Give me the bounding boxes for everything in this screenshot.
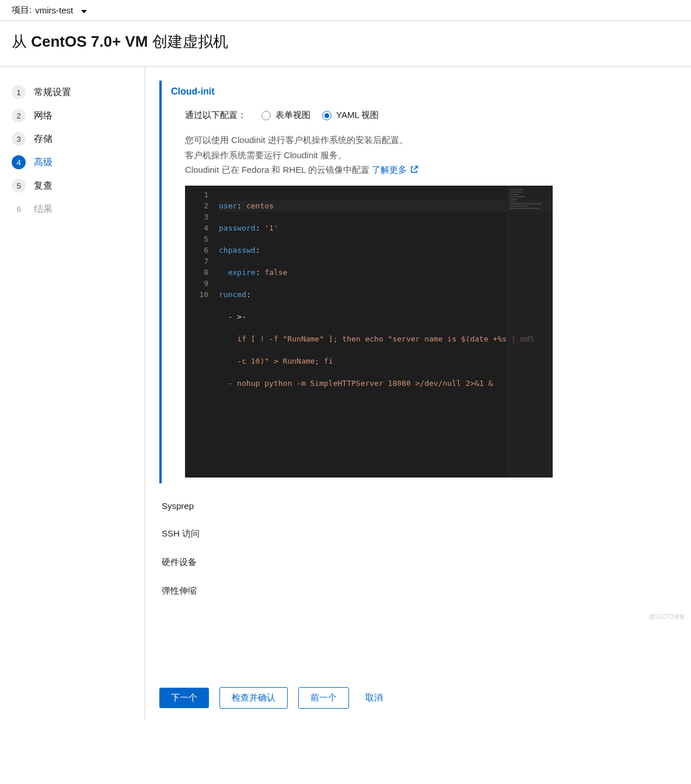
cloud-init-description: 您可以使用 Cloudinit 进行客户机操作系统的安装后配置。 客户机操作系统…: [185, 133, 691, 177]
section-hardware[interactable]: 硬件设备: [159, 551, 691, 574]
step-result: 6 结果: [12, 197, 145, 221]
next-button[interactable]: 下一个: [159, 688, 209, 708]
learn-more-link[interactable]: 了解更多: [372, 165, 417, 175]
watermark: @51CTO博客: [649, 613, 685, 621]
editor-minimap[interactable]: [506, 186, 553, 478]
editor-gutter: 1 2 3 4 5 6 7 8 9 10: [185, 186, 214, 478]
radio-icon: [261, 111, 271, 120]
content-panel: Cloud-init 通过以下配置： 表单视图 YAML 视图 您可以使用 Cl…: [145, 67, 691, 720]
cloud-init-section: Cloud-init 通过以下配置： 表单视图 YAML 视图 您可以使用 Cl…: [159, 81, 691, 483]
prev-button[interactable]: 前一个: [298, 687, 349, 709]
external-link-icon: [411, 162, 418, 177]
page-title: 从 CentOS 7.0+ VM 创建虚拟机: [0, 21, 691, 67]
step-storage[interactable]: 3 存储: [12, 127, 145, 151]
radio-form-view[interactable]: 表单视图: [261, 110, 310, 121]
cancel-button[interactable]: 取消: [360, 688, 389, 708]
review-confirm-button[interactable]: 检查并确认: [219, 687, 288, 709]
caret-down-icon: [81, 6, 87, 15]
step-general[interactable]: 1 常规设置: [12, 81, 145, 104]
project-selector[interactable]: 项目: vmirs-test: [0, 0, 691, 21]
editor-code[interactable]: user: centos password: '1' chpasswd: exp…: [214, 186, 553, 478]
cloud-init-title: Cloud-init: [171, 86, 691, 97]
project-label: 项目:: [12, 5, 32, 16]
wizard-steps: 1 常规设置 2 网络 3 存储 4 高级 5 复查 6 结果: [0, 67, 145, 720]
step-network[interactable]: 2 网络: [12, 104, 145, 127]
section-sysprep[interactable]: Sysprep: [159, 495, 691, 517]
section-ssh[interactable]: SSH 访问: [159, 522, 691, 545]
config-via-row: 通过以下配置： 表单视图 YAML 视图: [185, 110, 691, 121]
step-review[interactable]: 5 复查: [12, 174, 145, 197]
radio-yaml-view[interactable]: YAML 视图: [322, 110, 379, 121]
yaml-editor[interactable]: 1 2 3 4 5 6 7 8 9 10 user: centos passwo…: [185, 186, 553, 478]
wizard-footer: 下一个 检查并确认 前一个 取消: [159, 687, 389, 709]
config-via-label: 通过以下配置：: [185, 110, 246, 121]
radio-icon: [322, 111, 331, 120]
step-advanced[interactable]: 4 高级: [12, 151, 145, 174]
section-scaling[interactable]: 弹性伸缩: [159, 580, 691, 602]
project-name: vmirs-test: [35, 5, 73, 15]
